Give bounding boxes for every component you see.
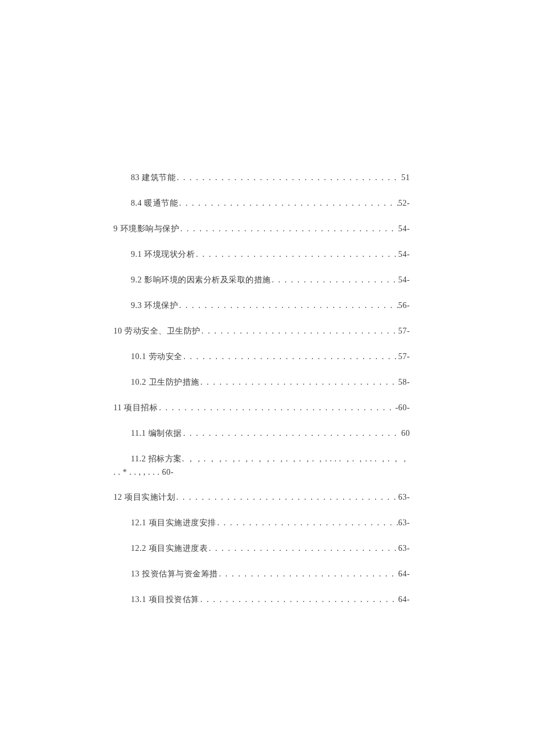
toc-entry: 12.2 项目实施进度表 . . . . . . . . . . . . . .…	[113, 543, 410, 554]
toc-label: 9.2 影响环境的因素分析及采取的措施	[131, 275, 271, 285]
toc-leader-dots: . . . . . . . . . . . . . . . . . . . . …	[271, 275, 398, 285]
toc-entry: 8.4 暖通节能. . . . . . . . . . . . . . . . …	[113, 198, 410, 209]
toc-page: 54-	[398, 224, 410, 234]
toc-leader-dots: . . . . . . . . . . . . . . . . . . . . …	[216, 518, 398, 528]
toc-leader-dots: . . . . . . . . . . . . . . . . . . . . …	[195, 250, 398, 259]
toc-page: 57-	[398, 352, 410, 361]
toc-leader-dots: . . . . . . . . . . . . . . . . . . . . …	[178, 301, 398, 310]
toc-entry: 12 项目实施计划. . . . . . . . . . . . . . . .…	[113, 492, 410, 503]
toc-entry: 9.3 环境保护 . . . . . . . . . . . . . . . .…	[113, 300, 410, 311]
toc-leader-dots: . . . . . . . . . . . . . . . . . . . . …	[208, 544, 398, 553]
toc-label: 13.1 项目投资估算	[131, 594, 199, 605]
toc-label: 11.1 编制依据	[131, 428, 182, 439]
toc-page: 58-	[398, 378, 410, 387]
toc-leader-dots: . . . . . . . . . . . . . . . . . . . . …	[218, 569, 398, 579]
toc-leader-dots: . . . . . . . . . . . . . . . . . . . . …	[176, 173, 401, 182]
toc-page: 63-	[398, 493, 410, 502]
toc-page: 64-	[398, 569, 410, 579]
toc-block: 83 建筑节能. . . . . . . . . . . . . . . . .…	[113, 173, 410, 620]
toc-entry: 83 建筑节能. . . . . . . . . . . . . . . . .…	[113, 173, 410, 183]
toc-entry: 12.1 项目实施进度安排 . . . . . . . . . . . . . …	[113, 518, 410, 528]
toc-leader-dots: . . . . . . . . . . . . . . . . . . . . …	[199, 378, 398, 387]
toc-entry: 10.2 卫生防护措施 . . . . . . . . . . . . . . …	[113, 377, 410, 388]
toc-entry: 11.2 招标方案. ，，. ，，. ，. ，. ，，. ，. ，. ，. ，.…	[113, 454, 410, 464]
toc-label: 11.2 招标方案. ，，. ，，. ，. ，. ，，. ，. ，. ，. ，.…	[131, 454, 409, 463]
toc-entry: 10 劳动安全、卫生防护. . . . . . . . . . . . . . …	[113, 326, 410, 336]
toc-label: 83 建筑节能	[131, 173, 176, 183]
toc-label: 9.3 环境保护	[131, 300, 178, 311]
toc-entry: 9 环境影响与保护. . . . . . . . . . . . . . . .…	[113, 224, 410, 234]
toc-page: -60-	[395, 403, 410, 413]
toc-page: 52-	[398, 199, 410, 208]
toc-label: 10 劳动安全、卫生防护	[113, 326, 201, 336]
toc-label: 12 项目实施计划	[113, 492, 175, 503]
toc-leader-dots: . . . . . . . . . . . . . . . . . . . . …	[201, 327, 398, 336]
toc-leader-dots: . . . . . . . . . . . . . . . . . . . . …	[199, 595, 398, 604]
toc-leader-dots: . . . . . . . . . . . . . . . . . . . . …	[179, 224, 398, 234]
toc-label: 13 投资估算与资金筹措	[131, 569, 218, 579]
toc-label: 8.4 暖通节能	[131, 198, 178, 209]
toc-entry-continuation: . . * . . , , . . . 60-	[113, 468, 410, 477]
toc-leader-dots: . . . . . . . . . . . . . . . . . . . . …	[175, 493, 398, 502]
toc-page: 51	[401, 173, 410, 182]
toc-label: 9 环境影响与保护	[113, 224, 179, 234]
toc-page: . . * . . , , . . . 60-	[113, 468, 174, 476]
toc-page: 54-	[398, 275, 410, 285]
toc-leader-dots: . . . . . . . . . . . . . . . . . . . . …	[158, 403, 395, 413]
toc-entry: 11 项目招标. . . . . . . . . . . . . . . . .…	[113, 403, 410, 413]
document-page: 83 建筑节能. . . . . . . . . . . . . . . . .…	[0, 0, 535, 756]
toc-entry: 10.1 劳动安全. . . . . . . . . . . . . . . .…	[113, 352, 410, 362]
toc-leader-dots: . . . . . . . . . . . . . . . . . . . . …	[182, 429, 401, 438]
toc-entry: 13 投资估算与资金筹措. . . . . . . . . . . . . . …	[113, 569, 410, 579]
toc-label: 9.1 环境现状分析	[131, 249, 195, 260]
toc-entry: 9.2 影响环境的因素分析及采取的措施 . . . . . . . . . . …	[113, 275, 410, 285]
toc-page: 63-	[398, 544, 410, 553]
toc-leader-dots: . . . . . . . . . . . . . . . . . . . . …	[183, 352, 398, 361]
toc-entry: 9.1 环境现状分析 . . . . . . . . . . . . . . .…	[113, 249, 410, 260]
toc-page: 63-	[398, 518, 410, 528]
toc-entry: 13.1 项目投资估算 . . . . . . . . . . . . . . …	[113, 594, 410, 605]
toc-entry: 11.1 编制依据 . . . . . . . . . . . . . . . …	[113, 428, 410, 439]
toc-label: 10.1 劳动安全	[131, 352, 183, 362]
toc-leader-dots: . . . . . . . . . . . . . . . . . . . . …	[178, 199, 398, 208]
toc-label: 11 项目招标	[113, 403, 158, 413]
toc-label: 12.1 项目实施进度安排	[131, 518, 216, 528]
toc-label: 10.2 卫生防护措施	[131, 377, 199, 388]
toc-page: 54-	[398, 250, 410, 259]
toc-label: 12.2 项目实施进度表	[131, 543, 208, 554]
toc-page: 60	[401, 429, 410, 438]
toc-page: 64-	[398, 595, 410, 604]
toc-page: 57-	[398, 327, 410, 336]
toc-page: 56-	[398, 301, 410, 310]
